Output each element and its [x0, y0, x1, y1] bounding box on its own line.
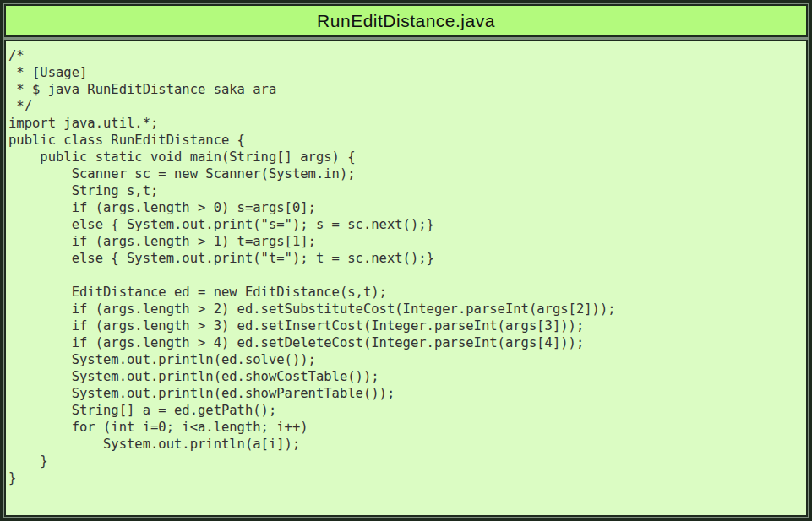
- title-bar: RunEditDistance.java: [4, 4, 808, 37]
- code-panel: /* * [Usage] * $ java RunEditDistance sa…: [4, 40, 808, 517]
- code-block: /* * [Usage] * $ java RunEditDistance sa…: [6, 41, 806, 486]
- page-frame: RunEditDistance.java /* * [Usage] * $ ja…: [0, 0, 812, 521]
- page-title: RunEditDistance.java: [317, 11, 495, 31]
